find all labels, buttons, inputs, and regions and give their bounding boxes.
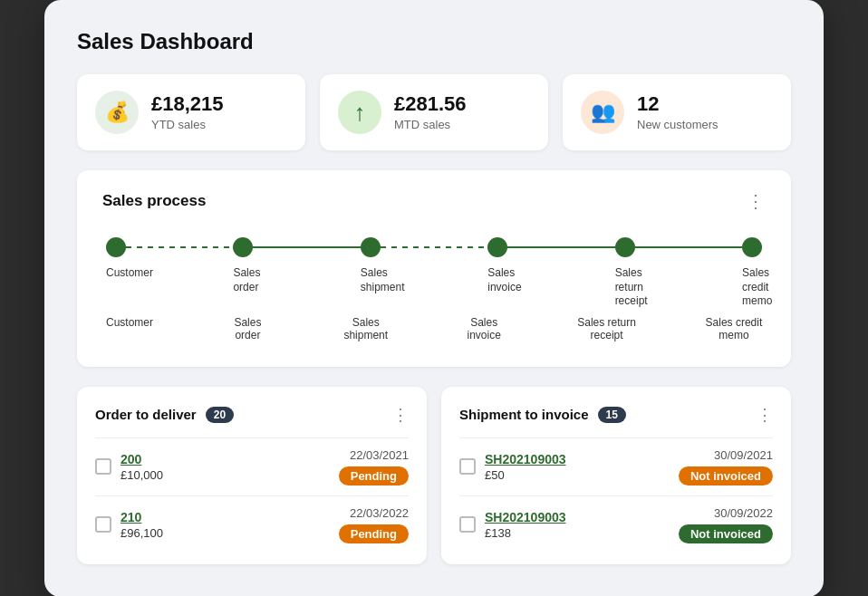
label-credit-memo: Sales creditmemo xyxy=(742,266,762,309)
shipment-item-0-right: 30/09/2021 Not invoiced xyxy=(679,448,773,485)
seg-2 xyxy=(253,246,360,248)
order-item-0-status: Pending xyxy=(339,466,409,485)
order-item-0-info: 200 £10,000 xyxy=(121,452,330,482)
order-item-1-date: 22/03/2022 xyxy=(350,506,409,520)
shipment-to-invoice-badge: 15 xyxy=(598,407,626,423)
order-item-0: 200 £10,000 22/03/2021 Pending xyxy=(95,437,409,495)
step-dot-return[interactable] xyxy=(615,237,635,257)
order-to-deliver-more-icon[interactable]: ⋮ xyxy=(392,405,409,425)
order-item-1-amount: £96,100 xyxy=(121,526,330,540)
shipment-item-1: SH202109003 £138 30/09/2022 Not invoiced xyxy=(459,495,773,553)
customers-value: 12 xyxy=(637,93,719,115)
customers-label: New customers xyxy=(637,118,719,131)
customers-icon: 👥 xyxy=(581,91,624,134)
order-to-deliver-title: Order to deliver xyxy=(95,407,197,422)
step-dot-sales-order[interactable] xyxy=(233,237,253,257)
step-dot-customer[interactable] xyxy=(106,237,126,257)
ytd-icon: 💰 xyxy=(95,91,139,134)
shipment-item-0-link[interactable]: SH202109003 xyxy=(485,452,670,466)
order-item-1: 210 £96,100 22/03/2022 Pending xyxy=(95,495,409,553)
shipment-item-0: SH202109003 £50 30/09/2021 Not invoiced xyxy=(459,437,773,495)
order-item-0-right: 22/03/2021 Pending xyxy=(339,448,409,485)
ytd-label: YTD sales xyxy=(151,118,224,131)
shipment-item-1-info: SH202109003 £138 xyxy=(485,510,670,540)
process-flow-line xyxy=(106,237,762,257)
step-label-shipment: Salesshipment xyxy=(339,316,393,341)
order-to-deliver-card: Order to deliver 20 ⋮ 200 £10,000 22/03/… xyxy=(77,387,427,564)
order-item-0-amount: £10,000 xyxy=(121,468,330,482)
label-customer: Customer xyxy=(106,266,126,309)
order-item-1-status: Pending xyxy=(339,524,409,543)
shipment-to-invoice-header: Shipment to invoice 15 ⋮ xyxy=(459,405,773,425)
process-step-labels-row: Customer Sales order Salesshipment Sales… xyxy=(102,316,766,341)
shipment-to-invoice-more-icon[interactable]: ⋮ xyxy=(757,405,773,425)
page-title: Sales Dashboard xyxy=(77,29,791,54)
step-dot-credit-memo[interactable] xyxy=(742,237,762,257)
kpi-card-ytd: 💰 £18,215 YTD sales xyxy=(77,74,305,150)
sales-process-card: Sales process ⋮ Customer xyxy=(77,170,791,367)
mtd-value: £281.56 xyxy=(394,93,467,115)
shipment-item-1-checkbox[interactable] xyxy=(459,516,476,533)
kpi-card-mtd: ↑ £281.56 MTD sales xyxy=(320,74,548,150)
step-dot-shipment[interactable] xyxy=(361,237,381,257)
mtd-info: £281.56 MTD sales xyxy=(394,93,467,130)
seg-1 xyxy=(126,246,233,248)
process-more-icon[interactable]: ⋮ xyxy=(747,190,766,212)
order-item-0-link[interactable]: 200 xyxy=(121,452,330,466)
step-label-credit-memo: Sales creditmemo xyxy=(702,316,766,341)
ytd-info: £18,215 YTD sales xyxy=(151,93,224,130)
order-item-0-date: 22/03/2021 xyxy=(350,448,409,462)
order-item-0-checkbox[interactable] xyxy=(95,458,111,475)
shipment-to-invoice-card: Shipment to invoice 15 ⋮ SH202109003 £50… xyxy=(441,387,791,564)
step-label-customer: Customer xyxy=(102,316,157,341)
shipment-item-0-info: SH202109003 £50 xyxy=(485,452,670,482)
mtd-label: MTD sales xyxy=(394,118,467,131)
shipment-item-1-status: Not invoiced xyxy=(679,524,773,543)
shipment-item-0-checkbox[interactable] xyxy=(459,458,476,475)
kpi-card-customers: 👥 12 New customers xyxy=(563,74,791,150)
label-sales-order: Sales order xyxy=(233,266,253,309)
order-to-deliver-badge: 20 xyxy=(206,407,234,423)
shipment-item-1-date: 30/09/2022 xyxy=(714,506,773,520)
shipment-item-1-amount: £138 xyxy=(485,526,670,540)
shipment-item-1-right: 30/09/2022 Not invoiced xyxy=(679,506,773,543)
order-item-1-checkbox[interactable] xyxy=(95,516,111,533)
process-title: Sales process xyxy=(102,192,206,210)
order-item-1-link[interactable]: 210 xyxy=(121,510,330,524)
shipment-item-0-status: Not invoiced xyxy=(679,466,773,485)
order-to-deliver-header: Order to deliver 20 ⋮ xyxy=(95,405,409,425)
mtd-icon: ↑ xyxy=(338,91,381,134)
order-item-1-right: 22/03/2022 Pending xyxy=(339,506,409,543)
bottom-row: Order to deliver 20 ⋮ 200 £10,000 22/03/… xyxy=(77,387,791,564)
label-invoice: Sales invoice xyxy=(487,266,507,309)
label-shipment: Salesshipment xyxy=(361,266,381,309)
step-label-invoice: Sales invoice xyxy=(457,316,511,341)
seg-3 xyxy=(381,246,487,248)
process-header: Sales process ⋮ xyxy=(102,190,766,212)
shipment-item-1-link[interactable]: SH202109003 xyxy=(485,510,670,524)
seg-5 xyxy=(635,246,742,248)
process-flow-labels: Customer Sales order Salesshipment Sales… xyxy=(106,266,762,309)
step-label-return: Sales returnreceipt xyxy=(575,316,639,341)
seg-4 xyxy=(507,246,614,248)
shipment-item-0-date: 30/09/2021 xyxy=(714,448,773,462)
dashboard-window: Sales Dashboard 💰 £18,215 YTD sales ↑ £2… xyxy=(44,0,824,596)
customers-info: 12 New customers xyxy=(637,93,719,130)
shipment-to-invoice-title: Shipment to invoice xyxy=(459,407,589,422)
step-dot-invoice[interactable] xyxy=(487,237,507,257)
order-item-1-info: 210 £96,100 xyxy=(121,510,330,540)
kpi-row: 💰 £18,215 YTD sales ↑ £281.56 MTD sales … xyxy=(77,74,791,150)
label-return: Sales returnreceipt xyxy=(615,266,635,309)
ytd-value: £18,215 xyxy=(151,93,224,115)
shipment-item-0-amount: £50 xyxy=(485,468,670,482)
step-label-sales-order: Sales order xyxy=(220,316,275,341)
